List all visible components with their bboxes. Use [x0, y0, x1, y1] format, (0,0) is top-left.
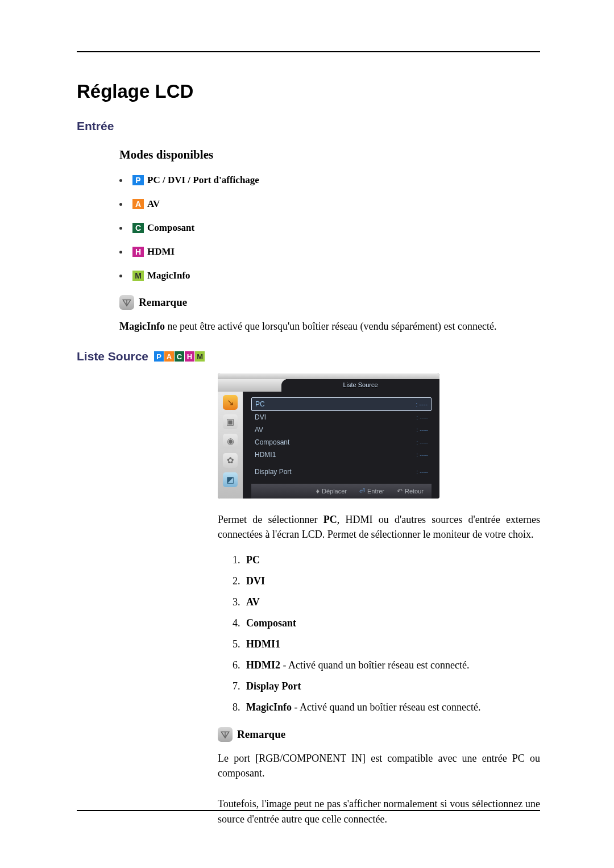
mode-magicinfo: M MagicInfo — [119, 270, 540, 281]
bullet-icon — [119, 179, 122, 182]
modes-list: P PC / DVI / Port d'affichage A AV C Com… — [119, 175, 540, 281]
osd-row-name: AV — [255, 426, 263, 434]
mode-av: A AV — [119, 198, 540, 210]
list-item: Composant — [243, 617, 540, 629]
osd-row-name: Display Port — [255, 468, 292, 476]
list-item: HDMI2 - Activé quand un boîtier réseau e… — [243, 659, 540, 671]
osd-footer-enter-label: Entrer — [367, 488, 384, 495]
h-icon: H — [132, 247, 144, 257]
list-item: PC — [243, 554, 540, 566]
list-strong: HDMI2 — [246, 659, 280, 671]
c-icon: C — [132, 223, 144, 233]
desc-part1: Permet de sélectionner — [218, 514, 323, 525]
source-list: PC DVI AV Composant HDMI1 HDMI2 - Activé… — [243, 554, 540, 713]
mode-composant: C Composant — [119, 222, 540, 234]
description-paragraph: Permet de sélectionner PC, HDMI ou d'aut… — [218, 512, 540, 542]
m-icon: M — [195, 351, 205, 362]
m-icon: M — [132, 271, 144, 281]
osd-row-val: : ---- — [416, 414, 428, 421]
note-rest: ne peut être activé que lorsqu'un boîtie… — [165, 321, 497, 332]
osd-row-val: : ---- — [416, 401, 428, 408]
osd-row-blank — [251, 461, 432, 466]
osd-footer-move: ♦Déplacer — [316, 487, 347, 495]
a-icon: A — [164, 351, 174, 362]
osd-row-val: : ---- — [416, 468, 428, 475]
mode-label: MagicInfo — [147, 270, 190, 281]
osd-footer-move-label: Déplacer — [322, 488, 347, 495]
sidebar-icon-setup: ✿ — [223, 453, 238, 468]
page-title: Réglage LCD — [77, 81, 540, 102]
sidebar-icon-picture: ▣ — [223, 414, 238, 429]
osd-row-name: DVI — [255, 413, 266, 421]
note2-para1: Le port [RGB/COMPONENT IN] est compatibl… — [218, 751, 540, 780]
note-strong: MagicInfo — [119, 321, 165, 332]
modes-heading: Modes disponibles — [119, 148, 540, 162]
osd-panel: Liste Source ↘ ▣ ◉ ✿ ◩ PC : ---- — [218, 373, 439, 499]
osd-row-val: : ---- — [416, 426, 428, 433]
desc-strong: PC — [323, 514, 337, 525]
osd-sidebar: ↘ ▣ ◉ ✿ ◩ — [218, 392, 243, 499]
osd-row-composant: Composant : ---- — [251, 436, 432, 448]
list-strong: DVI — [246, 575, 265, 587]
bullet-icon — [119, 227, 122, 230]
mode-label: PC / DVI / Port d'affichage — [147, 175, 259, 186]
list-strong: MagicInfo — [246, 701, 292, 713]
move-icon: ♦ — [316, 487, 320, 495]
mode-label: HDMI — [147, 246, 175, 258]
osd-title-left — [218, 379, 286, 392]
c-icon: C — [175, 351, 184, 362]
mode-hdmi: H HDMI — [119, 246, 540, 258]
osd-footer: ♦Déplacer ⏎Entrer ↶Retour — [251, 484, 432, 499]
list-strong: HDMI1 — [246, 638, 280, 650]
osd-row-name: PC — [255, 400, 265, 408]
list-strong: AV — [246, 596, 260, 608]
badge-strip: P A C H M — [154, 351, 205, 362]
osd-row-av: AV : ---- — [251, 423, 432, 436]
note-icon — [218, 727, 233, 742]
bullet-icon — [119, 275, 122, 277]
sidebar-icon-multi: ◩ — [223, 472, 238, 487]
osd-row-name: Composant — [255, 438, 289, 446]
sidebar-icon-input: ↘ — [223, 395, 238, 410]
p-icon: P — [132, 175, 144, 185]
note2-para2: Toutefois, l'image peut ne pas s'affiche… — [218, 796, 540, 826]
osd-row-val: : ---- — [416, 439, 428, 446]
list-strong: Composant — [246, 617, 296, 629]
osd-main: PC : ---- DVI : ---- AV : ---- Composant… — [243, 392, 439, 499]
section-entree: Entrée — [77, 119, 540, 133]
osd-row-val: : ---- — [416, 451, 428, 458]
a-icon: A — [132, 199, 144, 209]
bullet-icon — [119, 203, 122, 206]
list-item: HDMI1 — [243, 638, 540, 650]
osd-top-bar — [218, 373, 439, 379]
list-strong: PC — [246, 554, 260, 566]
page: Réglage LCD Entrée Modes disponibles P P… — [0, 0, 614, 868]
osd-footer-enter: ⏎Entrer — [359, 487, 384, 495]
osd-screenshot: Liste Source ↘ ▣ ◉ ✿ ◩ PC : ---- — [218, 373, 540, 499]
note-icon — [119, 295, 134, 310]
list-rest: - Activé quand un boîtier réseau est con… — [292, 701, 480, 713]
note-label: Remarque — [139, 296, 187, 309]
osd-title: Liste Source — [281, 379, 439, 388]
list-item: DVI — [243, 575, 540, 587]
liste-source-heading-row: Liste Source P A C H M — [77, 350, 540, 363]
note-row: Remarque — [218, 727, 540, 742]
note-row: Remarque — [119, 295, 540, 310]
osd-row-name: HDMI1 — [255, 451, 276, 459]
osd-body: ↘ ▣ ◉ ✿ ◩ PC : ---- DVI : ---- — [218, 392, 439, 499]
osd-row-displayport: Display Port : ---- — [251, 466, 432, 478]
sidebar-icon-sound: ◉ — [223, 434, 238, 448]
osd-footer-return: ↶Retour — [397, 487, 424, 495]
return-icon: ↶ — [397, 487, 403, 495]
h-icon: H — [185, 351, 194, 362]
note-label: Remarque — [237, 728, 285, 741]
osd-footer-return-label: Retour — [405, 488, 424, 495]
bottom-rule — [77, 810, 540, 811]
list-item: Display Port — [243, 680, 540, 692]
note-magicinfo-text: MagicInfo ne peut être activé que lorsqu… — [119, 319, 540, 334]
mode-pc: P PC / DVI / Port d'affichage — [119, 175, 540, 186]
osd-row-pc: PC : ---- — [251, 397, 432, 411]
liste-source-heading: Liste Source — [77, 350, 148, 363]
mode-label: Composant — [147, 222, 194, 234]
top-rule — [77, 51, 540, 52]
